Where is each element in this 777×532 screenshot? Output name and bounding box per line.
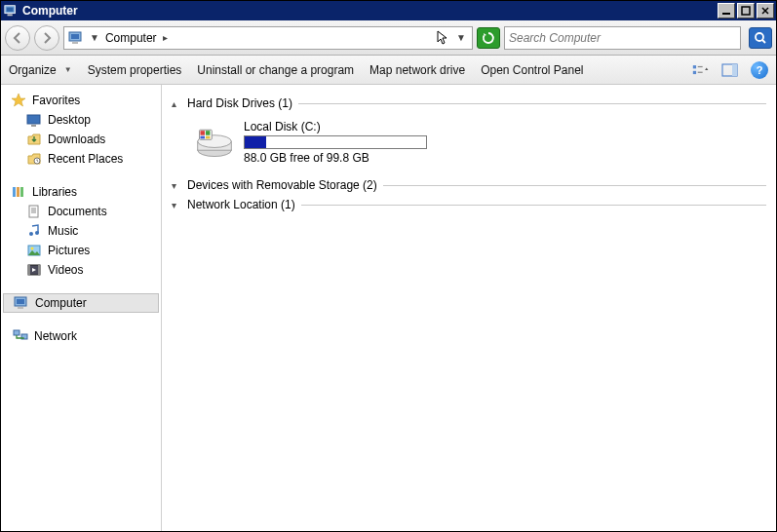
system-properties-button[interactable]: System properties (88, 63, 182, 77)
sidebar-item-recent-places[interactable]: Recent Places (1, 149, 161, 169)
search-input[interactable] (509, 31, 736, 45)
favorites-label: Favorites (32, 94, 80, 107)
svg-rect-17 (732, 64, 737, 76)
svg-point-29 (35, 231, 39, 235)
computer-icon (3, 3, 19, 19)
svg-line-11 (762, 40, 765, 43)
libraries-label: Libraries (32, 185, 77, 199)
section-hard-disk-drives[interactable]: ▴ Hard Disk Drives (1) (172, 96, 766, 110)
desktop-icon (26, 112, 42, 128)
drive-free-text: 88.0 GB free of 99.8 GB (244, 151, 427, 165)
content-pane: ▴ Hard Disk Drives (1) (162, 85, 776, 531)
breadcrumb-chevron-icon[interactable]: ▸ (161, 32, 170, 43)
window-title: Computer (22, 4, 718, 18)
titlebar: Computer (1, 1, 776, 20)
cursor-arrow-icon (437, 30, 450, 46)
pictures-icon (26, 243, 42, 258)
minimize-button[interactable] (718, 3, 735, 19)
computer-group: Computer (1, 293, 161, 313)
svg-rect-45 (206, 131, 211, 135)
divider (383, 185, 766, 186)
maximize-button[interactable] (737, 3, 755, 19)
libraries-group: Libraries Documents Music Pictures Video… (1, 182, 161, 280)
sidebar-item-computer[interactable]: Computer (3, 293, 159, 313)
svg-rect-15 (698, 71, 703, 72)
svg-rect-46 (200, 136, 205, 139)
change-view-button[interactable] (692, 61, 710, 79)
section-removable-storage[interactable]: ▾ Devices with Removable Storage (2) (172, 178, 766, 192)
section-network-location[interactable]: ▾ Network Location (1) (172, 198, 766, 211)
svg-rect-19 (31, 125, 36, 127)
svg-rect-33 (28, 265, 30, 275)
drive-name: Local Disk (C:) (244, 120, 427, 133)
libraries-header[interactable]: Libraries (1, 182, 161, 202)
svg-rect-13 (693, 70, 696, 73)
sidebar-item-desktop[interactable]: Desktop (1, 110, 161, 130)
svg-rect-44 (200, 131, 205, 135)
drive-usage-fill (245, 136, 266, 148)
sidebar-item-downloads[interactable]: Downloads (1, 130, 161, 149)
network-icon (13, 328, 28, 344)
svg-rect-21 (13, 187, 16, 197)
history-dropdown-icon[interactable]: ▼ (454, 32, 468, 43)
search-button[interactable] (749, 27, 772, 49)
preview-pane-button[interactable] (721, 61, 739, 79)
help-button[interactable]: ? (751, 61, 768, 79)
svg-point-31 (31, 247, 34, 250)
divider (301, 205, 766, 206)
svg-rect-9 (72, 42, 78, 44)
recent-places-icon (26, 151, 42, 167)
svg-rect-1 (7, 8, 14, 12)
close-button[interactable] (757, 3, 774, 19)
libraries-icon (11, 184, 26, 200)
svg-rect-34 (38, 265, 40, 275)
svg-rect-37 (18, 307, 23, 309)
svg-rect-2 (8, 15, 13, 17)
back-button[interactable] (5, 25, 30, 51)
svg-point-10 (756, 33, 763, 41)
sidebar-item-videos[interactable]: Videos (1, 260, 161, 280)
svg-rect-12 (693, 65, 696, 68)
svg-rect-36 (17, 299, 24, 304)
svg-rect-8 (71, 34, 79, 39)
breadcrumb-location[interactable]: Computer (105, 31, 157, 45)
divider (298, 103, 766, 104)
svg-rect-24 (29, 206, 38, 217)
sidebar-item-network[interactable]: Network (1, 326, 161, 346)
sidebar-item-documents[interactable]: Documents (1, 202, 161, 221)
svg-rect-38 (14, 330, 19, 335)
svg-rect-22 (17, 187, 19, 197)
forward-button[interactable] (34, 25, 59, 51)
organize-menu[interactable]: Organize (9, 63, 72, 77)
favorites-header[interactable]: Favorites (1, 91, 161, 110)
svg-rect-3 (722, 13, 730, 15)
network-group: Network (1, 326, 161, 346)
navigation-pane: Favorites Desktop Downloads Recent Place… (1, 85, 162, 531)
svg-rect-4 (742, 7, 750, 15)
search-box[interactable] (504, 26, 741, 50)
sidebar-item-music[interactable]: Music (1, 221, 161, 241)
svg-rect-47 (206, 136, 211, 139)
drive-item-local-disk-c[interactable]: Local Disk (C:) 88.0 GB free of 99.8 GB (172, 116, 766, 172)
drive-info: Local Disk (C:) 88.0 GB free of 99.8 GB (244, 120, 427, 165)
drive-usage-bar (244, 135, 427, 149)
window-controls (718, 3, 774, 19)
computer-icon (14, 295, 29, 311)
refresh-button[interactable] (477, 27, 500, 49)
address-bar[interactable]: ▼ Computer ▸ ▼ (63, 26, 473, 50)
command-bar: Organize System properties Uninstall or … (1, 56, 776, 85)
breadcrumb-chevron-icon[interactable]: ▼ (88, 32, 101, 43)
map-network-drive-button[interactable]: Map network drive (369, 63, 465, 77)
downloads-icon (26, 132, 42, 147)
sidebar-item-pictures[interactable]: Pictures (1, 241, 161, 260)
explorer-window: Computer ▼ Computer ▸ ▼ (0, 0, 777, 532)
svg-rect-18 (27, 115, 40, 124)
videos-icon (26, 262, 42, 278)
hard-drive-icon (195, 125, 234, 160)
uninstall-program-button[interactable]: Uninstall or change a program (197, 63, 354, 77)
computer-icon (68, 30, 84, 46)
open-control-panel-button[interactable]: Open Control Panel (481, 63, 583, 77)
documents-icon (26, 204, 42, 219)
svg-point-28 (29, 232, 33, 236)
svg-rect-14 (698, 65, 703, 66)
